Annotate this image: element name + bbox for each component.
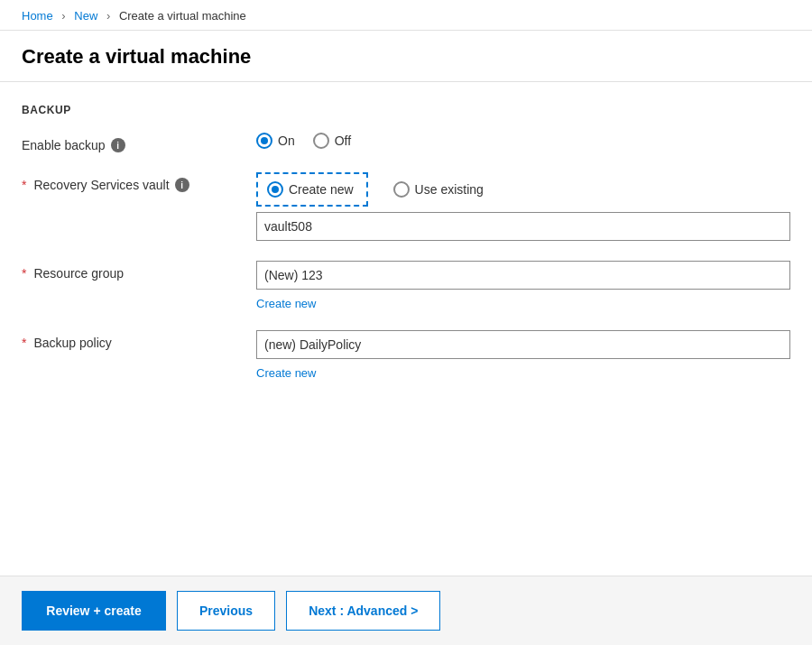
enable-backup-radio-group: On Off [256,133,790,149]
enable-backup-info-icon[interactable]: i [111,138,125,152]
enable-backup-controls: On Off [256,133,790,149]
backup-policy-label: * Backup policy [22,330,256,350]
backup-on-radio[interactable] [256,133,272,149]
backup-policy-create-new-link[interactable]: Create new [256,366,790,380]
vault-name-input[interactable] [256,212,790,241]
recovery-vault-label: * Recovery Services vault i [22,172,256,192]
breadcrumb-sep-1: › [61,9,65,23]
recovery-vault-required-star: * [22,178,26,192]
page-header: Create a virtual machine [0,31,812,82]
backup-off-radio[interactable] [313,133,329,149]
enable-backup-label: Enable backup i [22,133,256,152]
backup-policy-input[interactable] [256,330,790,359]
enable-backup-row: Enable backup i On Off [22,133,790,152]
resource-group-controls: Create new [256,261,790,310]
recovery-vault-controls: Create new Use existing [256,172,790,241]
vault-use-existing-option[interactable]: Use existing [383,172,498,207]
backup-section-label: BACKUP [22,104,790,116]
vault-type-radio-group: Create new Use existing [256,172,790,207]
vault-create-new-radio[interactable] [267,181,283,198]
breadcrumb: Home › New › Create a virtual machine [0,0,812,31]
breadcrumb-sep-2: › [106,9,110,23]
recovery-vault-info-icon[interactable]: i [175,178,189,192]
breadcrumb-home[interactable]: Home [22,9,53,23]
vault-create-new-option[interactable]: Create new [256,172,368,207]
backup-on-label: On [278,134,295,148]
backup-on-option[interactable]: On [256,133,295,149]
resource-group-required-star: * [22,266,26,281]
form-content: BACKUP Enable backup i On Off * Recovery… [0,82,812,414]
backup-policy-controls: Create new [256,330,790,380]
previous-button[interactable]: Previous [177,591,275,631]
resource-group-label: * Resource group [22,261,256,281]
resource-group-row: * Resource group Create new [22,261,790,310]
vault-use-existing-label: Use existing [415,182,484,197]
backup-policy-row: * Backup policy Create new [22,330,790,380]
review-create-button[interactable]: Review + create [22,591,166,631]
recovery-services-vault-row: * Recovery Services vault i Create new U… [22,172,790,241]
backup-off-label: Off [335,134,351,148]
page-title: Create a virtual machine [22,45,790,69]
next-advanced-button[interactable]: Next : Advanced > [286,591,440,631]
footer: Review + create Previous Next : Advanced… [0,576,812,645]
resource-group-input[interactable] [256,261,790,290]
vault-use-existing-radio[interactable] [393,181,410,198]
backup-off-option[interactable]: Off [313,133,351,149]
resource-group-create-new-link[interactable]: Create new [256,297,790,310]
backup-policy-required-star: * [22,336,26,350]
breadcrumb-new[interactable]: New [74,9,97,23]
vault-create-new-label: Create new [289,182,354,197]
breadcrumb-current: Create a virtual machine [119,9,246,23]
